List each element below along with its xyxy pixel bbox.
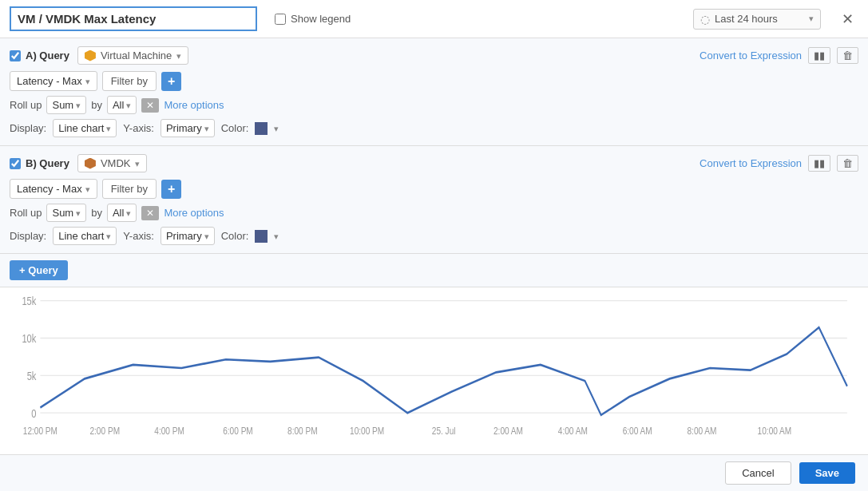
- query-a-color-swatch[interactable]: [255, 122, 268, 135]
- svg-text:6:00 PM: 6:00 PM: [223, 425, 253, 438]
- add-query-row: + Query: [0, 254, 868, 287]
- query-a-label: A) Query: [26, 49, 69, 61]
- svg-text:15k: 15k: [22, 295, 36, 307]
- svg-text:0: 0: [31, 406, 36, 420]
- query-b-convert-link[interactable]: Convert to Expression ▮▮ 🗑: [700, 155, 858, 172]
- query-a-entity-dropdown[interactable]: Virtual Machine: [77, 46, 188, 65]
- time-range-text: Last 24 hours: [715, 13, 804, 25]
- query-a-panel: A) Query Virtual Machine Convert to Expr…: [0, 38, 868, 146]
- query-a-filter-button[interactable]: Filter by: [102, 71, 157, 91]
- query-b-rollup-by-text: All: [113, 207, 124, 219]
- svg-text:8:00 PM: 8:00 PM: [287, 425, 318, 438]
- close-button[interactable]: ✕: [837, 9, 858, 30]
- query-a-yaxis-dropdown[interactable]: Primary: [161, 119, 215, 137]
- query-b-convert-label: Convert to Expression: [700, 157, 802, 169]
- metric-b-chevron-icon: [85, 183, 90, 195]
- save-button[interactable]: Save: [799, 462, 855, 484]
- query-b-metric-text: Latency - Max: [17, 183, 82, 195]
- query-b-by-label: by: [91, 207, 102, 219]
- query-b-checkbox[interactable]: [10, 158, 21, 169]
- query-a-by-label: by: [91, 99, 102, 111]
- color-b-chevron: [274, 230, 279, 242]
- query-b-chart-type-dropdown[interactable]: Line chart: [53, 227, 117, 245]
- svg-text:2:00 PM: 2:00 PM: [89, 425, 120, 438]
- query-b-display-label: Display:: [10, 230, 46, 242]
- query-b-rollup-func-dropdown[interactable]: Sum: [46, 204, 86, 222]
- query-b-color-swatch[interactable]: [255, 230, 268, 243]
- svg-text:4:00 PM: 4:00 PM: [154, 425, 184, 438]
- show-legend-group: Show legend: [275, 13, 351, 25]
- query-b-more-options-link[interactable]: More options: [164, 207, 224, 219]
- query-b-yaxis-label: Y-axis:: [123, 230, 154, 242]
- content-area: A) Query Virtual Machine Convert to Expr…: [0, 38, 868, 454]
- query-a-metric-row: Latency - Max Filter by +: [10, 71, 858, 91]
- color-a-chevron: [274, 122, 279, 134]
- query-a-display-row: Display: Line chart Y-axis: Primary Colo…: [10, 119, 858, 137]
- footer-row: Cancel Save: [0, 454, 868, 491]
- query-a-clear-button[interactable]: ✕: [141, 98, 159, 113]
- metric-a-chevron-icon: [85, 75, 90, 87]
- time-chevron-icon: [809, 14, 814, 24]
- query-b-metric-row: Latency - Max Filter by +: [10, 179, 858, 199]
- query-a-delete-button[interactable]: 🗑: [837, 47, 858, 64]
- query-b-add-button[interactable]: +: [161, 180, 181, 199]
- query-a-more-options-link[interactable]: More options: [164, 99, 224, 111]
- query-a-chart-type-text: Line chart: [58, 122, 104, 134]
- query-b-rollup-label: Roll up: [10, 207, 42, 219]
- query-a-rollup-by-dropdown[interactable]: All: [107, 96, 137, 114]
- query-b-header: B) Query VMDK Convert to Expression ▮▮ 🗑: [10, 154, 858, 172]
- query-a-yaxis-label: Y-axis:: [123, 122, 154, 134]
- query-a-add-button[interactable]: +: [161, 72, 181, 91]
- entity-b-chevron-icon: [135, 157, 140, 169]
- query-b-yaxis-dropdown[interactable]: Primary: [161, 227, 215, 245]
- query-a-rollup-func-text: Sum: [52, 99, 73, 111]
- query-b-chart-type-text: Line chart: [58, 230, 104, 242]
- query-b-copy-button[interactable]: ▮▮: [808, 155, 830, 172]
- svg-text:4:00 AM: 4:00 AM: [558, 425, 588, 438]
- query-b-rollup-by-dropdown[interactable]: All: [107, 204, 137, 222]
- time-selector[interactable]: ◌ Last 24 hours: [693, 9, 821, 30]
- query-a-rollup-row: Roll up Sum by All ✕ More options: [10, 96, 858, 114]
- show-legend-checkbox[interactable]: [275, 14, 286, 25]
- svg-text:12:00 PM: 12:00 PM: [23, 425, 57, 438]
- query-b-filter-button[interactable]: Filter by: [102, 179, 157, 199]
- query-a-convert-link[interactable]: Convert to Expression ▮▮ 🗑: [700, 47, 858, 64]
- clock-icon: ◌: [700, 13, 710, 26]
- query-a-metric-text: Latency - Max: [17, 75, 82, 87]
- query-a-header: A) Query Virtual Machine Convert to Expr…: [10, 46, 858, 65]
- query-b-rollup-row: Roll up Sum by All ✕ More options: [10, 204, 858, 222]
- chart-type-a-chevron: [106, 122, 111, 134]
- header-row: Show legend ◌ Last 24 hours ✕: [0, 0, 868, 38]
- vmdk-icon: [85, 158, 96, 169]
- svg-text:10k: 10k: [22, 331, 36, 345]
- title-input[interactable]: [10, 6, 257, 31]
- svg-text:2:00 AM: 2:00 AM: [493, 425, 523, 438]
- svg-text:10:00 PM: 10:00 PM: [350, 425, 384, 438]
- query-a-chart-type-dropdown[interactable]: Line chart: [53, 119, 117, 137]
- show-legend-label: Show legend: [291, 13, 351, 25]
- query-a-copy-button[interactable]: ▮▮: [808, 47, 830, 64]
- yaxis-b-chevron: [204, 230, 209, 242]
- query-a-rollup-by-text: All: [113, 99, 124, 111]
- query-b-clear-button[interactable]: ✕: [141, 206, 159, 220]
- query-a-checkbox[interactable]: [10, 50, 21, 61]
- query-b-rollup-func-text: Sum: [52, 207, 73, 219]
- query-a-metric-dropdown[interactable]: Latency - Max: [10, 71, 97, 91]
- svg-text:10:00 AM: 10:00 AM: [758, 425, 792, 438]
- rollup-a-func-chevron: [76, 99, 81, 111]
- svg-text:6:00 AM: 6:00 AM: [623, 425, 652, 438]
- svg-text:5k: 5k: [27, 369, 37, 382]
- query-a-yaxis-text: Primary: [166, 122, 202, 134]
- query-b-delete-button[interactable]: 🗑: [837, 155, 858, 172]
- query-b-metric-dropdown[interactable]: Latency - Max: [10, 179, 97, 199]
- query-a-rollup-func-dropdown[interactable]: Sum: [46, 96, 86, 114]
- query-a-entity-text: Virtual Machine: [101, 49, 172, 61]
- query-b-entity-text: VMDK: [101, 157, 131, 169]
- query-a-display-label: Display:: [10, 122, 46, 134]
- rollup-a-by-chevron: [126, 99, 131, 111]
- yaxis-a-chevron: [204, 122, 209, 134]
- query-b-entity-dropdown[interactable]: VMDK: [77, 154, 148, 172]
- rollup-b-func-chevron: [76, 207, 81, 219]
- cancel-button[interactable]: Cancel: [725, 461, 791, 485]
- add-query-button[interactable]: + Query: [10, 260, 68, 280]
